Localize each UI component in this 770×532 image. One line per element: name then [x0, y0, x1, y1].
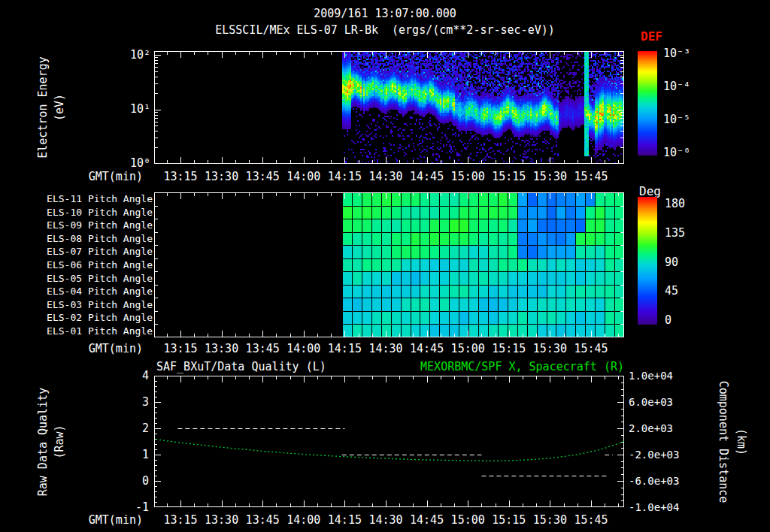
x-tick-label: 13:30: [199, 170, 244, 183]
x-tick-label: 15:45: [568, 170, 614, 183]
x-tick-label: 15:15: [487, 342, 532, 355]
x-tick-label: 14:30: [363, 513, 408, 527]
x-tick-label: 14:00: [281, 513, 326, 527]
energy-colorbar-tick: 10⁻⁵: [663, 113, 716, 126]
quality-y-tick: -1: [114, 500, 149, 514]
distance-y-tick: -1.0e+04: [629, 501, 689, 513]
quality-y-axis-title: Raw Data Quality: [36, 367, 50, 517]
pitch-colorbar-tick: 90: [665, 255, 702, 269]
pitch-row-label: ELS-03 Pitch Angle: [15, 299, 153, 310]
x-tick-label: 13:45: [240, 342, 285, 355]
x-tick-label: 15:00: [445, 513, 490, 527]
x-tick-label: 15:00: [445, 342, 490, 355]
x-tick-label: 14:15: [322, 170, 367, 183]
plot-screen: 2009/161 13:07:00.000 ELSSCIL/MEx ELS-07…: [0, 0, 770, 532]
pitch-colorbar: [638, 197, 657, 325]
pitch-colorbar-tick: 135: [665, 226, 702, 240]
x-tick-label: 15:45: [568, 342, 614, 355]
x-tick-label: 15:30: [527, 513, 572, 527]
pitch-row-label: ELS-05 Pitch Angle: [15, 273, 153, 284]
energy-y-axis-title: Electron Energy: [36, 32, 50, 183]
energy-colorbar-tick: 10⁻³: [663, 47, 716, 60]
x-tick-label: 14:15: [322, 342, 367, 355]
quality-y-tick: 2: [114, 422, 149, 435]
pitch-x-axis-label: GMT(min): [74, 342, 143, 355]
x-tick-label: 15:00: [445, 170, 490, 183]
x-tick-label: 13:15: [158, 342, 203, 355]
quality-y-tick: 1: [114, 448, 149, 461]
pitch-row-label: ELS-10 Pitch Angle: [15, 207, 153, 218]
energy-y-tick: 10²: [113, 48, 150, 62]
distance-y-tick: -2.0e+03: [629, 449, 689, 461]
x-tick-label: 15:15: [487, 513, 532, 527]
colorbar-def-label: DEF: [641, 29, 662, 44]
quality-y-tick: 4: [114, 369, 149, 382]
distance-y-tick: 6.0e+03: [629, 396, 689, 408]
energy-x-axis-label: GMT(min): [74, 170, 143, 183]
distance-axis-title: Component Distance: [717, 367, 730, 517]
x-tick-label: 13:15: [158, 513, 203, 527]
x-tick-label: 13:30: [199, 342, 244, 355]
page-title-datetime: 2009/161 13:07:00.000: [0, 7, 770, 20]
distance-y-tick: 2.0e+03: [629, 422, 689, 434]
quality-y-tick: 3: [114, 395, 149, 409]
quality-y-axis-units: (Raw): [53, 367, 66, 517]
pitch-colorbar-tick: 180: [665, 197, 702, 210]
distance-axis-units: (km): [735, 367, 748, 517]
x-tick-label: 14:00: [281, 342, 326, 355]
line-x-axis-label: GMT(min): [74, 513, 143, 527]
energy-y-tick: 10⁰: [113, 156, 150, 170]
x-tick-label: 14:45: [405, 342, 450, 355]
pitch-row-label: ELS-09 Pitch Angle: [15, 219, 153, 231]
energy-y-axis-units: (eV): [53, 32, 66, 183]
x-tick-label: 15:30: [527, 170, 572, 183]
x-tick-label: 15:45: [568, 513, 614, 527]
x-tick-label: 15:30: [527, 342, 572, 355]
pitch-row-label: ELS-01 Pitch Angle: [15, 325, 153, 337]
energy-y-tick: 10¹: [113, 102, 150, 116]
x-tick-label: 13:45: [240, 170, 285, 183]
energy-spectrogram-canvas: [154, 51, 624, 164]
distance-y-tick: 1.0e+04: [629, 370, 689, 382]
pitch-colorbar-tick: 0: [665, 313, 702, 327]
x-tick-label: 13:45: [240, 513, 285, 527]
energy-colorbar-tick: 10⁻⁴: [663, 80, 716, 93]
energy-colorbar-tick: 10⁻⁶: [663, 146, 716, 159]
quality-distance-canvas: [154, 376, 624, 507]
pitch-row-label: ELS-11 Pitch Angle: [15, 193, 153, 204]
spacecraft-title-right: MEXORBMC/SPF X, Spacecraft (R): [376, 360, 624, 373]
x-tick-label: 13:30: [199, 513, 244, 527]
x-tick-label: 15:15: [487, 170, 532, 183]
pitch-row-label: ELS-06 Pitch Angle: [15, 259, 153, 271]
x-tick-label: 14:45: [405, 513, 450, 527]
pitch-angle-canvas: [154, 192, 624, 337]
pitch-row-label: ELS-07 Pitch Angle: [15, 246, 153, 257]
pitch-row-label: ELS-08 Pitch Angle: [15, 233, 153, 244]
pitch-row-label: ELS-02 Pitch Angle: [15, 312, 153, 323]
pitch-row-label: ELS-04 Pitch Angle: [15, 286, 153, 297]
distance-y-tick: -6.0e+03: [629, 475, 689, 487]
pitch-colorbar-tick: 45: [665, 284, 702, 298]
x-tick-label: 14:30: [363, 342, 408, 355]
x-tick-label: 14:45: [405, 170, 450, 183]
x-tick-label: 14:00: [281, 170, 326, 183]
x-tick-label: 14:15: [322, 513, 367, 527]
energy-colorbar: [638, 51, 657, 156]
quality-y-tick: 0: [114, 474, 149, 488]
x-tick-label: 14:30: [363, 170, 408, 183]
quality-title-left: SAF_BXuT/Data Quality (L): [156, 360, 326, 373]
x-tick-label: 13:15: [158, 170, 203, 183]
